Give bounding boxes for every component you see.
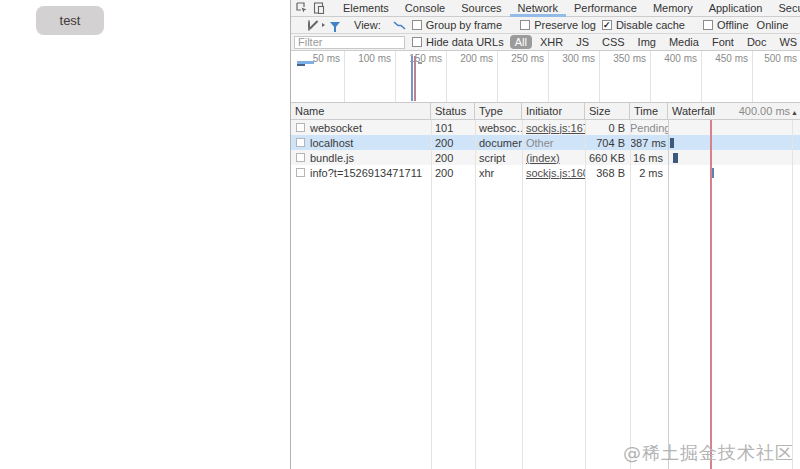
filter-type-font[interactable]: Font — [707, 35, 739, 49]
table-row-info[interactable]: info?t=1526913471711 200 xhr sockjs.js:1… — [291, 165, 800, 180]
request-type: document — [475, 137, 522, 149]
tab-security[interactable]: Security — [770, 0, 800, 17]
initiator-link[interactable]: sockjs.js:1679 — [526, 122, 585, 134]
request-time: 387 ms — [630, 137, 668, 149]
table-row-bundle-js[interactable]: bundle.js 200 script (index) 660 KB 16 m… — [291, 150, 800, 165]
request-time: Pending — [630, 122, 668, 134]
group-by-frame-checkbox[interactable] — [412, 20, 422, 30]
file-icon — [296, 138, 305, 147]
throttling-dropdown[interactable]: Online — [757, 19, 789, 31]
table-row-websocket[interactable]: websocket 101 websoc… sockjs.js:1679 0 B… — [291, 120, 800, 135]
tab-console[interactable]: Console — [397, 0, 453, 17]
request-type: xhr — [475, 167, 522, 179]
overview-tick-label: 250 ms — [496, 53, 544, 64]
column-header-type[interactable]: Type — [475, 103, 522, 119]
request-type: websoc… — [475, 122, 522, 134]
column-header-time[interactable]: Time — [630, 103, 668, 119]
waterfall-cell — [668, 135, 800, 150]
tab-elements[interactable]: Elements — [335, 0, 397, 17]
tab-performance[interactable]: Performance — [566, 0, 645, 17]
waterfall-axis: 400.00 ms▲ — [739, 105, 798, 119]
test-button[interactable]: test — [36, 6, 104, 35]
overview-request-dash — [418, 62, 422, 64]
waterfall-cell — [668, 165, 800, 180]
file-icon — [296, 123, 305, 132]
request-name: bundle.js — [310, 152, 354, 164]
initiator-link[interactable]: (index) — [526, 152, 560, 164]
group-by-frame-label: Group by frame — [426, 19, 502, 31]
filter-input[interactable] — [294, 36, 405, 49]
request-size: 0 B — [585, 122, 630, 134]
request-name: info?t=1526913471711 — [310, 167, 422, 179]
column-header-size[interactable]: Size — [585, 103, 630, 119]
dom-content-loaded-line — [411, 56, 413, 101]
request-initiator: sockjs.js:1679 — [522, 122, 585, 134]
network-overview-timeline[interactable]: 50 ms 100 ms 150 ms 200 ms 250 ms 300 ms… — [291, 51, 800, 103]
tab-network[interactable]: Network — [510, 0, 566, 17]
filter-type-js[interactable]: JS — [571, 35, 594, 49]
web-page-area: test — [0, 0, 290, 469]
preserve-log-label: Preserve log — [534, 19, 596, 31]
waterfall-tick-line — [792, 120, 793, 469]
tab-memory[interactable]: Memory — [645, 0, 701, 17]
watermark-text: @稀土掘金技术社区 — [623, 441, 794, 465]
load-event-line — [710, 120, 712, 469]
disable-cache-label: Disable cache — [616, 19, 685, 31]
tab-application[interactable]: Application — [701, 0, 771, 17]
request-initiator: (index) — [522, 152, 585, 164]
inspect-element-icon[interactable] — [296, 2, 308, 14]
request-time: 2 ms — [630, 167, 668, 179]
filter-type-ws[interactable]: WS — [774, 35, 800, 49]
devtools-tabbar: Elements Console Sources Network Perform… — [291, 0, 800, 17]
request-status: 200 — [431, 167, 475, 179]
overview-tick-label: 500 ms — [749, 53, 797, 64]
offline-checkbox[interactable] — [703, 20, 713, 30]
clear-icon[interactable] — [308, 20, 310, 31]
preserve-log-checkbox[interactable] — [520, 20, 530, 30]
disable-cache-checkbox[interactable]: ✓ — [602, 20, 612, 30]
show-overview-icon[interactable] — [393, 19, 406, 31]
filter-type-xhr[interactable]: XHR — [535, 35, 568, 49]
requests-table: Name Status Type Initiator Size Time Wat… — [291, 103, 800, 469]
offline-label: Offline — [717, 19, 749, 31]
overview-request-bar — [297, 64, 305, 66]
filter-type-media[interactable]: Media — [664, 35, 704, 49]
overview-tick-label: 300 ms — [547, 53, 595, 64]
table-row-localhost[interactable]: localhost 200 document Other 704 B 387 m… — [291, 135, 800, 150]
waterfall-bar — [670, 138, 674, 148]
tab-sources[interactable]: Sources — [453, 0, 509, 17]
network-filterbar: Hide data URLs All XHR JS CSS Img Media … — [291, 34, 800, 51]
overview-tick-label: 450 ms — [700, 53, 748, 64]
column-header-status[interactable]: Status — [431, 103, 475, 119]
column-header-name[interactable]: Name — [291, 103, 431, 119]
overview-tick-label: 350 ms — [598, 53, 646, 64]
network-toolbar: View: Group by frame Preserve log ✓ Disa… — [291, 17, 800, 34]
column-separator[interactable] — [475, 120, 476, 469]
load-event-line — [414, 56, 416, 101]
waterfall-cell — [668, 150, 800, 165]
request-status: 200 — [431, 137, 475, 149]
request-size: 660 KB — [585, 152, 630, 164]
request-initiator: sockjs.js:1601 — [522, 167, 585, 179]
column-separator[interactable] — [522, 120, 523, 469]
filter-icon[interactable] — [330, 22, 340, 28]
column-separator[interactable] — [630, 120, 631, 469]
device-toolbar-icon[interactable] — [313, 2, 325, 14]
file-icon — [296, 153, 305, 162]
column-separator[interactable] — [585, 120, 586, 469]
request-time: 16 ms — [630, 152, 668, 164]
column-header-waterfall[interactable]: Waterfall 400.00 ms▲ — [668, 103, 800, 119]
column-separator[interactable] — [431, 120, 432, 469]
column-separator[interactable] — [668, 120, 669, 469]
filter-type-img[interactable]: Img — [633, 35, 661, 49]
column-header-initiator[interactable]: Initiator — [522, 103, 585, 119]
overview-tick-label: 100 ms — [343, 53, 391, 64]
initiator-link[interactable]: sockjs.js:1601 — [526, 167, 585, 179]
hide-data-urls-checkbox[interactable] — [412, 37, 422, 47]
filter-type-css[interactable]: CSS — [597, 35, 630, 49]
hide-data-urls-label: Hide data URLs — [426, 36, 504, 48]
request-name: localhost — [310, 137, 353, 149]
filter-type-all[interactable]: All — [510, 35, 532, 49]
request-size: 704 B — [585, 137, 630, 149]
filter-type-doc[interactable]: Doc — [742, 35, 772, 49]
